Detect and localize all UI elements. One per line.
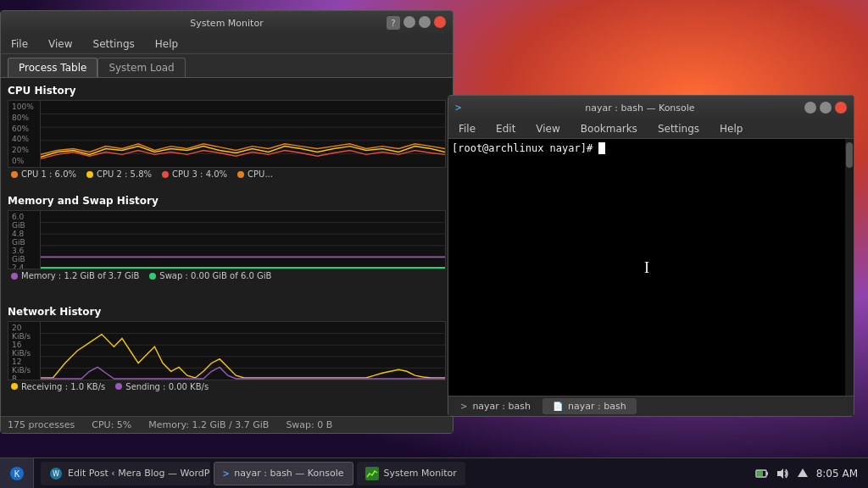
cpu-y-axis: 100% 80% 60% 40% 20% 0% <box>8 101 41 167</box>
svg-marker-22 <box>777 469 783 479</box>
network-icon <box>796 467 810 480</box>
mem-chart-inner <box>41 211 445 269</box>
menu-view[interactable]: View <box>45 36 75 52</box>
terminal-prompt: [root@archlinux nayar]# <box>452 142 593 154</box>
terminal-cursor <box>598 142 605 154</box>
konsole-terminal-icon: > <box>455 102 461 114</box>
konsole-minimize[interactable] <box>804 102 816 114</box>
cpu4-dot <box>237 171 244 178</box>
close-button[interactable] <box>434 16 446 28</box>
cpu1-legend: CPU 1 : 6.0% <box>11 169 76 179</box>
sysmon-window: System Monitor ? File View Settings Help… <box>0 10 453 434</box>
text-cursor-icon: I <box>644 258 649 276</box>
sysmon-tabs: Process Table System Load <box>1 54 453 78</box>
cpu-usage: CPU: 5% <box>92 419 131 430</box>
konsole-terminal[interactable]: [root@archlinux nayar]# I <box>448 139 845 396</box>
konsole-controls <box>804 102 847 114</box>
task-konsole[interactable]: > nayar : bash — Konsole <box>214 462 353 485</box>
task-wordpress-label: Edit Post ‹ Mera Blog — WordPress... <box>68 468 210 479</box>
svg-marker-23 <box>798 469 808 477</box>
send-legend-item: Sending : 0.00 KB/s <box>115 382 209 391</box>
cpu-legend: CPU 1 : 6.0% CPU 2 : 5.8% CPU 3 : 4.0% C… <box>8 168 446 180</box>
tab-system-load[interactable]: System Load <box>97 58 185 77</box>
terminal-scrollbar[interactable] <box>845 139 854 396</box>
battery-icon <box>755 467 769 480</box>
help-button[interactable]: ? <box>387 16 400 30</box>
konsole-menu-edit[interactable]: Edit <box>492 121 519 136</box>
menu-help[interactable]: Help <box>152 36 181 52</box>
systray: 8:05 AM <box>745 467 868 480</box>
menu-file[interactable]: File <box>8 36 31 52</box>
send-dot <box>115 383 122 390</box>
konsole-tab2-icon: 📄 <box>553 402 563 411</box>
mem-section: Memory and Swap History 6.0 GiB 4.8 GiB … <box>8 195 446 298</box>
clock: 8:05 AM <box>816 468 858 480</box>
task-konsole-label: nayar : bash — Konsole <box>234 468 343 479</box>
cpu2-legend: CPU 2 : 5.8% <box>86 169 152 179</box>
swap-legend-item: Swap : 0.00 GiB of 6.0 GiB <box>149 271 271 280</box>
processes-count: 175 processes <box>8 419 75 430</box>
scrollbar-thumb[interactable] <box>846 142 853 168</box>
konsole-menu-settings[interactable]: Settings <box>654 121 703 136</box>
cpu2-dot <box>86 171 93 178</box>
clock-time: 8:05 AM <box>816 468 858 480</box>
konsole-tab2-label: nayar : bash <box>568 401 626 412</box>
svg-rect-18 <box>365 467 379 480</box>
sysmon-statusbar: 175 processes CPU: 5% Memory: 1.2 GiB / … <box>1 416 453 433</box>
konsole-close[interactable] <box>835 102 847 114</box>
maximize-button[interactable] <box>419 16 431 28</box>
svg-rect-20 <box>766 472 768 475</box>
cpu-graph <box>41 101 445 167</box>
svg-text:W: W <box>53 470 59 478</box>
taskbar: K W Edit Post ‹ Mera Blog — WordPress...… <box>0 458 868 488</box>
konsole-maximize[interactable] <box>820 102 832 114</box>
sysmon-content: CPU History 100% 80% 60% 40% 20% 0% <box>1 78 453 416</box>
net-section: Network History 20 KiB/s 16 KiB/s 12 KiB… <box>8 306 446 409</box>
mem-y-axis: 6.0 GiB 4.8 GiB 3.6 GiB 2.4 GiB 1.2 GiB … <box>8 211 41 269</box>
minimize-button[interactable] <box>403 16 415 28</box>
cpu3-dot <box>162 171 169 178</box>
mem-legend: Memory : 1.2 GiB of 3.7 GiB Swap : 0.00 … <box>8 269 446 282</box>
cpu-chart: 100% 80% 60% 40% 20% 0% <box>8 100 446 168</box>
wordpress-icon: W <box>49 467 63 480</box>
mem-chart: 6.0 GiB 4.8 GiB 3.6 GiB 2.4 GiB 1.2 GiB … <box>8 210 446 269</box>
konsole-menu-file[interactable]: File <box>455 121 479 136</box>
kde-logo: K <box>8 465 25 482</box>
konsole-menu-help[interactable]: Help <box>716 121 746 136</box>
konsole-tabs: > nayar : bash 📄 nayar : bash <box>448 396 854 416</box>
recv-dot <box>11 383 18 390</box>
taskbar-tasks: W Edit Post ‹ Mera Blog — WordPress... >… <box>34 462 745 485</box>
konsole-menu-view[interactable]: View <box>532 121 563 136</box>
cpu1-dot <box>11 171 18 178</box>
sysmon-menubar: File View Settings Help <box>1 35 453 54</box>
konsole-tab1-label: nayar : bash <box>472 401 531 412</box>
net-title: Network History <box>8 306 446 318</box>
cpu-section: CPU History 100% 80% 60% 40% 20% 0% <box>8 85 446 188</box>
sysmon-title: System Monitor <box>190 18 263 29</box>
svg-text:K: K <box>14 469 19 479</box>
konsole-window: > nayar : bash — Konsole File Edit View … <box>448 95 854 417</box>
task-wordpress[interactable]: W Edit Post ‹ Mera Blog — WordPress... <box>41 462 210 485</box>
konsole-tab-1[interactable]: > nayar : bash <box>450 398 541 414</box>
konsole-menu-bookmarks[interactable]: Bookmarks <box>577 121 641 136</box>
mem-title: Memory and Swap History <box>8 195 446 207</box>
konsole-menubar: File Edit View Bookmarks Settings Help <box>448 119 854 139</box>
mem-graph <box>41 211 445 269</box>
konsole-title: nayar : bash — Konsole <box>476 103 804 114</box>
net-y-axis: 20 KiB/s 16 KiB/s 12 KiB/s 8 KiB/s 4 KiB… <box>8 322 41 380</box>
konsole-tab-2[interactable]: 📄 nayar : bash <box>542 398 637 414</box>
mem-dot <box>11 273 18 280</box>
swap-dot <box>149 273 156 280</box>
tab-process-table[interactable]: Process Table <box>8 58 97 77</box>
net-chart: 20 KiB/s 16 KiB/s 12 KiB/s 8 KiB/s 4 KiB… <box>8 321 446 380</box>
net-graph <box>41 322 445 380</box>
net-legend: Receiving : 1.0 KB/s Sending : 0.00 KB/s <box>8 380 446 393</box>
task-sysmon[interactable]: System Monitor <box>357 462 465 485</box>
start-button[interactable]: K <box>0 458 34 489</box>
menu-settings[interactable]: Settings <box>90 36 138 52</box>
cpu4-legend: CPU... <box>237 169 273 179</box>
sysmon-taskbar-icon <box>365 467 379 480</box>
konsole-tab1-icon: > <box>460 402 467 411</box>
sysmon-titlebar: System Monitor ? <box>1 11 453 35</box>
net-chart-inner <box>41 322 445 380</box>
